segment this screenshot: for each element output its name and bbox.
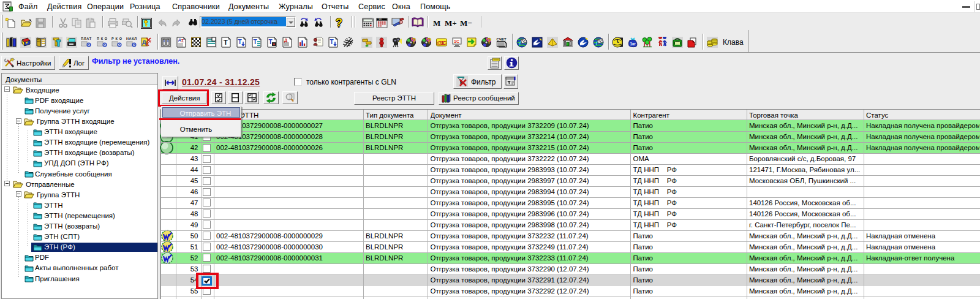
svg-text:СЧЕТ: СЧЕТ bbox=[497, 37, 507, 41]
svg-text:Т: Т bbox=[268, 39, 272, 45]
svg-text:НАКЛ: НАКЛ bbox=[126, 37, 137, 40]
svg-text:Т: Т bbox=[238, 39, 241, 45]
svg-text:РКО: РКО bbox=[111, 37, 123, 40]
svg-text:@1С: @1С bbox=[437, 39, 447, 46]
svg-text:1кг: 1кг bbox=[630, 42, 636, 46]
svg-text:?: ? bbox=[427, 37, 431, 45]
svg-text:1С: 1С bbox=[454, 39, 459, 44]
svg-text:?: ? bbox=[412, 37, 416, 45]
svg-text:ПЛАТ: ПЛАТ bbox=[81, 37, 92, 40]
svg-text:Т: Т bbox=[253, 39, 257, 45]
svg-text:?: ? bbox=[487, 37, 491, 45]
svg-text:Т: Т bbox=[330, 39, 333, 45]
svg-text:Т: Т bbox=[224, 39, 228, 46]
svg-text:Σ: Σ bbox=[181, 39, 184, 43]
svg-text:ПКО: ПКО bbox=[97, 37, 108, 40]
svg-text:Д: Д bbox=[284, 38, 287, 43]
svg-text:345: 345 bbox=[379, 18, 382, 21]
